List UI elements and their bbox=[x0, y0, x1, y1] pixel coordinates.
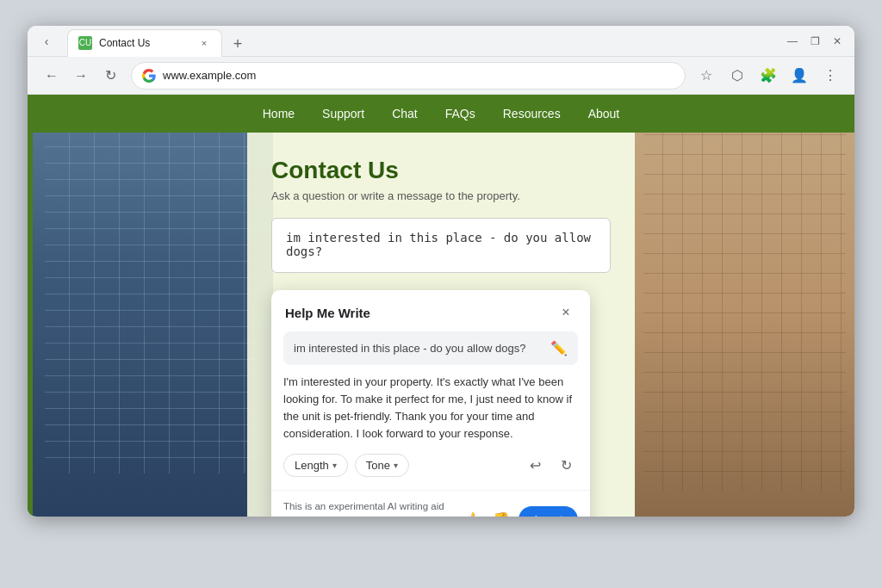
popup-header: Help Me Write × bbox=[271, 290, 590, 331]
tab-close-button[interactable]: × bbox=[197, 36, 211, 50]
tab-bar: CU Contact Us × + bbox=[64, 26, 777, 57]
url-text: www.example.com bbox=[163, 69, 674, 82]
popup-title: Help Me Write bbox=[285, 306, 370, 320]
popup-close-button[interactable]: × bbox=[556, 302, 576, 323]
popup-footer: This is an experimental AI writing aid a… bbox=[271, 490, 590, 517]
thumbdown-button[interactable]: 👎 bbox=[489, 508, 513, 517]
window-controls: — ❐ ✕ bbox=[782, 31, 848, 52]
nav-item-faqs[interactable]: FAQs bbox=[445, 103, 475, 124]
titlebar: ‹ CU Contact Us × + — ❐ bbox=[28, 26, 854, 57]
thumbup-button[interactable]: 👍 bbox=[460, 508, 484, 517]
new-tab-button[interactable]: + bbox=[226, 33, 250, 57]
page-title: Contact Us bbox=[271, 157, 611, 184]
bg-right-building bbox=[635, 95, 854, 517]
length-chevron-icon: ▾ bbox=[332, 461, 337, 470]
popup-generated-text: I'm interested in your property. It's ex… bbox=[283, 374, 578, 443]
green-accent-border bbox=[28, 133, 33, 517]
insert-button[interactable]: Insert bbox=[519, 506, 578, 517]
url-bar[interactable]: www.example.com bbox=[131, 62, 686, 90]
browser-window: ‹ CU Contact Us × + — ❐ bbox=[28, 26, 854, 517]
footer-disclaimer: This is an experimental AI writing aid a… bbox=[283, 499, 460, 517]
page-content: Home Support Chat FAQs Resources About C… bbox=[28, 95, 854, 517]
titlebar-left: ‹ bbox=[34, 29, 59, 53]
nav-item-home[interactable]: Home bbox=[263, 103, 295, 124]
bookmark-button[interactable]: ☆ bbox=[693, 62, 720, 90]
chevron-left-icon: ‹ bbox=[45, 34, 49, 48]
back-button[interactable]: ← bbox=[38, 62, 65, 90]
close-button[interactable]: ✕ bbox=[827, 31, 848, 52]
nav-item-chat[interactable]: Chat bbox=[392, 103, 418, 124]
account-button[interactable]: 👤 bbox=[786, 62, 813, 90]
address-bar-actions: ☆ ⬡ 🧩 👤 ⋮ bbox=[693, 62, 844, 90]
length-dropdown[interactable]: Length ▾ bbox=[283, 454, 348, 477]
refresh-button[interactable]: ↻ bbox=[96, 62, 124, 90]
tone-chevron-icon: ▾ bbox=[394, 461, 398, 470]
footer-actions: 👍 👎 Insert bbox=[460, 506, 578, 517]
popup-input-text: im interested in this place - do you all… bbox=[294, 342, 550, 355]
tab-back-btn[interactable]: ‹ bbox=[34, 29, 59, 53]
menu-button[interactable]: ⋮ bbox=[817, 62, 844, 90]
google-icon bbox=[142, 69, 156, 83]
share-button[interactable]: ⬡ bbox=[724, 62, 751, 90]
tab-title: Contact Us bbox=[99, 37, 190, 49]
edit-icon[interactable]: ✏️ bbox=[550, 340, 568, 356]
redo-button[interactable]: ↻ bbox=[554, 454, 578, 478]
active-tab[interactable]: CU Contact Us × bbox=[67, 29, 222, 57]
page-subtitle: Ask a question or write a message to the… bbox=[271, 189, 611, 202]
tab-favicon: CU bbox=[78, 36, 92, 50]
site-nav: Home Support Chat FAQs Resources About bbox=[28, 95, 854, 133]
main-content-area: Contact Us Ask a question or write a mes… bbox=[247, 133, 635, 517]
maximize-button[interactable]: ❐ bbox=[804, 31, 825, 52]
tone-dropdown[interactable]: Tone ▾ bbox=[355, 454, 409, 477]
minimize-button[interactable]: — bbox=[782, 31, 803, 52]
forward-button[interactable]: → bbox=[67, 62, 95, 90]
nav-item-resources[interactable]: Resources bbox=[503, 103, 561, 124]
popup-controls: Length ▾ Tone ▾ ↩ ↻ bbox=[283, 454, 578, 478]
popup-input-row: im interested in this place - do you all… bbox=[283, 331, 578, 365]
nav-item-about[interactable]: About bbox=[588, 103, 620, 124]
nav-item-support[interactable]: Support bbox=[322, 103, 364, 124]
extension-button[interactable]: 🧩 bbox=[755, 62, 782, 90]
message-input[interactable]: im interested in this place - do you all… bbox=[271, 218, 611, 273]
undo-button[interactable]: ↩ bbox=[523, 454, 547, 478]
address-bar: ← → ↻ www.example.com ☆ ⬡ bbox=[28, 57, 854, 95]
action-icons: ↩ ↻ bbox=[523, 454, 578, 478]
bg-left-building bbox=[28, 95, 273, 517]
help-me-write-popup: Help Me Write × im interested in this pl… bbox=[271, 290, 590, 517]
nav-controls: ← → ↻ bbox=[38, 62, 124, 90]
